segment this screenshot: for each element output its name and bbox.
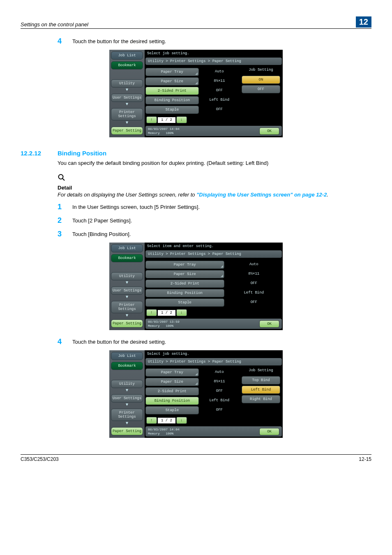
option-button[interactable]: Left Bind	[242, 386, 280, 394]
step-row: 2 Touch [2 Paper Settings].	[58, 216, 371, 225]
status-text: 08/03/2007 14:04Memory 100%	[148, 428, 180, 435]
option-button[interactable]: ON	[242, 76, 280, 84]
job-list-button[interactable]: Job List	[111, 51, 143, 60]
step-text: In the User Settings screen, touch [5 Pr…	[72, 203, 200, 211]
main-column: Select job setting. Utility > Printer Se…	[145, 350, 283, 438]
breadcrumb-line: Utility > Printer Settings > Paper Setti…	[145, 250, 282, 258]
setting-value: 8½×11	[201, 378, 238, 386]
ok-button[interactable]: OK	[259, 428, 279, 435]
setting-label-button[interactable]: Paper Tray	[145, 68, 199, 76]
detail-link[interactable]: "Displaying the User Settings screen" on…	[196, 192, 327, 198]
setting-label-button[interactable]: 2-Sided Print	[145, 87, 199, 95]
breadcrumb-item[interactable]: Printer Settings	[111, 301, 143, 313]
breadcrumb-item[interactable]: Utility	[111, 272, 143, 280]
setting-label-button[interactable]: 2-Sided Print	[145, 387, 199, 395]
breadcrumb-item[interactable]: User Settings	[111, 394, 143, 402]
setting-row: Binding Position Left Bind	[145, 289, 282, 297]
bookmark-button[interactable]: Bookmark	[111, 61, 143, 69]
section-number: 12.2.12	[21, 150, 58, 157]
setting-row: Paper Tray Auto	[145, 68, 238, 76]
setting-label-button[interactable]: Binding Position	[145, 96, 199, 104]
arrow-down-icon: ▼	[109, 120, 145, 125]
option-column: Job SettingTop BindLeft BindRight Bind	[238, 367, 282, 426]
job-list-button[interactable]: Job List	[111, 352, 143, 360]
page-header: Settings on the control panel 12	[21, 16, 371, 29]
step-number: 3	[58, 230, 72, 238]
setting-row: Staple OFF	[145, 106, 238, 114]
page-up-button[interactable]: ↑	[146, 417, 157, 424]
bookmark-button[interactable]: Bookmark	[111, 254, 143, 262]
setting-row: Paper Tray Auto	[145, 261, 282, 269]
option-heading: Job Setting	[240, 367, 282, 375]
magnifier-icon	[58, 173, 371, 184]
setting-row: Staple OFF	[145, 406, 238, 414]
breadcrumb-item[interactable]: Paper Setting	[111, 319, 143, 328]
breadcrumb-item[interactable]: User Settings	[111, 287, 143, 295]
job-list-button[interactable]: Job List	[111, 244, 143, 252]
header-left: Settings on the control panel	[21, 21, 88, 28]
instruction-text: Select job setting.	[145, 50, 283, 58]
step-number: 4	[58, 338, 72, 346]
setting-value: OFF	[201, 106, 238, 114]
breadcrumb-item[interactable]: Printer Settings	[111, 108, 143, 120]
breadcrumb-item[interactable]: Printer Settings	[111, 409, 143, 421]
breadcrumb-item[interactable]: Utility	[111, 380, 143, 388]
page-down-button[interactable]: ↓	[176, 309, 187, 316]
setting-label-button[interactable]: Paper Tray	[145, 368, 199, 377]
setting-value: OFF	[226, 280, 282, 288]
instruction-text: Select job setting.	[145, 350, 283, 358]
breadcrumb-item[interactable]: User Settings	[111, 94, 143, 102]
step-number: 1	[58, 203, 72, 211]
setting-label-button[interactable]: Binding Position	[145, 397, 199, 405]
page-down-button[interactable]: ↓	[176, 417, 187, 424]
setting-label-button[interactable]: Staple	[145, 106, 199, 114]
setting-label-button[interactable]: 2-Sided Print	[145, 280, 224, 288]
arrow-down-icon: ▼	[109, 313, 145, 318]
ok-button[interactable]: OK	[259, 320, 279, 328]
setting-label-button[interactable]: Staple	[145, 406, 199, 414]
step-row: 3 Touch [Binding Position].	[58, 230, 371, 238]
step-row: 1 In the User Settings screen, touch [5 …	[58, 203, 371, 211]
setting-label-button[interactable]: Paper Tray	[145, 261, 224, 269]
detail-text: For details on displaying the User Setti…	[58, 192, 371, 198]
setting-value: OFF	[201, 387, 238, 395]
status-bar: 08/03/2007 14:04Memory 100% OK	[145, 426, 282, 437]
screen-binding-options: Job List Bookmark Utility▼User Settings▼…	[109, 350, 283, 438]
step-row: 4 Touch the button for the desired setti…	[58, 338, 371, 346]
option-column: Job SettingONOFF	[238, 67, 282, 125]
setting-label-button[interactable]: Binding Position	[145, 289, 224, 297]
instruction-text: Select item and enter setting.	[145, 243, 283, 250]
pager: ↑ 1 / 2 ↓	[146, 309, 281, 316]
breadcrumb-line: Utility > Printer Settings > Paper Setti…	[145, 58, 282, 65]
page-up-button[interactable]: ↑	[146, 116, 157, 123]
option-button[interactable]: Right Bind	[242, 395, 280, 403]
breadcrumb-item[interactable]: Paper Setting	[111, 427, 143, 435]
pager: ↑ 1 / 2 ↓	[146, 116, 238, 123]
arrow-down-icon: ▼	[109, 102, 145, 106]
screen-2sided-options: Job List Bookmark Utility▼User Settings▼…	[109, 50, 283, 137]
settings-area: Paper Tray Auto Paper Size 8½×11 2-Sided…	[145, 65, 283, 126]
setting-row: Binding Position Left Bind	[145, 397, 238, 405]
arrow-down-icon: ▼	[109, 280, 145, 285]
setting-label-button[interactable]: Paper Size	[145, 378, 199, 386]
arrow-down-icon: ▼	[109, 295, 145, 299]
breadcrumb-item[interactable]: Utility	[111, 79, 143, 88]
page-down-button[interactable]: ↓	[176, 116, 187, 123]
breadcrumb-line: Utility > Printer Settings > Paper Setti…	[145, 358, 282, 365]
detail-block: Detail For details on displaying the Use…	[58, 173, 371, 198]
setting-label-button[interactable]: Paper Size	[145, 77, 199, 86]
option-button[interactable]: OFF	[242, 85, 280, 93]
status-text: 08/03/2007 13:59Memory 100%	[148, 320, 180, 328]
page-up-button[interactable]: ↑	[146, 309, 157, 316]
step-row: 4 Touch the button for the desired setti…	[58, 37, 371, 46]
main-column: Select item and enter setting. Utility >…	[145, 243, 283, 330]
option-button[interactable]: Top Bind	[242, 376, 280, 384]
bookmark-button[interactable]: Bookmark	[111, 362, 143, 370]
side-column: Job List Bookmark Utility▼User Settings▼…	[109, 350, 145, 438]
ok-button[interactable]: OK	[259, 127, 279, 135]
breadcrumb-item[interactable]: Paper Setting	[111, 127, 143, 135]
setting-value: OFF	[201, 406, 238, 414]
setting-label-button[interactable]: Staple	[145, 298, 224, 307]
step-text: Touch [2 Paper Settings].	[72, 216, 132, 225]
setting-label-button[interactable]: Paper Size	[145, 270, 224, 278]
